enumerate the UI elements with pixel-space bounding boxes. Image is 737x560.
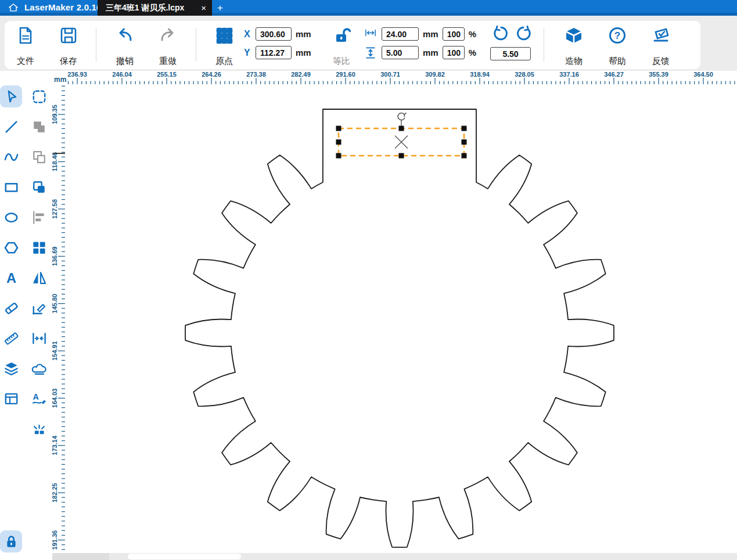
svg-text:109.35: 109.35	[52, 105, 58, 124]
tool-break-apart[interactable]	[28, 418, 50, 440]
rotate-cw-icon[interactable]	[515, 25, 532, 42]
tool-select[interactable]	[0, 85, 22, 107]
help-icon: ?	[608, 26, 627, 45]
gear-shape[interactable]	[185, 109, 614, 547]
selection-handle[interactable]	[399, 126, 404, 131]
rotation-handle-icon[interactable]	[398, 113, 405, 120]
toolbar: 文件 保存 撤销 重做 原点 X 300.60 mm Y 112.27	[0, 16, 737, 71]
selection-center-cross	[395, 136, 408, 149]
save-icon	[59, 26, 78, 45]
redo-button[interactable]: 重做	[150, 25, 185, 66]
document-tab[interactable]: 三年4班1 谢贝乐.lcpx ×	[98, 0, 212, 16]
undo-label: 撤销	[116, 56, 134, 66]
svg-text:337.16: 337.16	[559, 71, 579, 78]
tool-lock[interactable]	[0, 530, 22, 552]
tool-line-tool[interactable]	[0, 116, 22, 138]
svg-text:A: A	[6, 270, 16, 285]
proportional-lock-button[interactable]: 等比	[324, 25, 359, 66]
tool-node-edit[interactable]	[28, 297, 50, 319]
tool-layout[interactable]	[0, 387, 22, 410]
y-position-row: Y 112.27 mm	[244, 46, 311, 59]
tool-sidebar: AA	[0, 71, 52, 553]
title-bar: LaserMaker 2.0.16 三年4班1 谢贝乐.lcpx × +	[0, 0, 737, 16]
origin-label: 原点	[215, 56, 233, 66]
tool-align[interactable]	[28, 206, 50, 228]
horizontal-ruler: 236.93246.04255.15264.26273.38282.49291.…	[52, 71, 737, 84]
save-label: 保存	[60, 56, 77, 66]
selection-handle[interactable]	[399, 153, 404, 159]
height-percent-sign: %	[469, 48, 476, 58]
tool-subtract[interactable]	[28, 146, 50, 168]
feedback-label: 反馈	[652, 56, 670, 66]
home-icon[interactable]	[8, 2, 19, 13]
svg-text:309.82: 309.82	[425, 71, 445, 78]
tool-union[interactable]	[28, 116, 50, 138]
svg-text:154.91: 154.91	[52, 341, 58, 361]
width-percent-sign: %	[469, 29, 476, 39]
redo-label: 重做	[159, 56, 177, 66]
redo-icon	[159, 26, 177, 45]
app-title: LaserMaker 2.0.16	[24, 2, 102, 12]
width-percent-field[interactable]: 100	[443, 27, 465, 41]
y-position-field[interactable]: 112.27	[256, 46, 292, 59]
height-unit-label: mm	[423, 48, 438, 58]
tool-eraser-tool[interactable]	[0, 297, 22, 319]
tool-intersect[interactable]	[28, 176, 50, 198]
y-axis-label: Y	[244, 48, 251, 58]
height-percent-field[interactable]: 100	[443, 46, 465, 59]
rotation-arrowhead	[404, 113, 407, 117]
tool-curve-tool[interactable]	[0, 146, 22, 168]
tool-ellipse-tool[interactable]	[0, 206, 22, 228]
width-row: 24.00 mm 100 %	[364, 27, 476, 41]
origin-button[interactable]: 原点	[207, 25, 242, 66]
svg-text:364.50: 364.50	[693, 71, 713, 78]
tool-polygon-tool[interactable]	[0, 236, 22, 259]
undo-button[interactable]: 撤销	[107, 25, 142, 66]
svg-text:264.26: 264.26	[202, 71, 221, 78]
separator	[544, 28, 544, 62]
svg-text:?: ?	[614, 30, 620, 41]
tool-text-tool[interactable]: A	[0, 267, 22, 289]
width-unit-label: mm	[423, 29, 438, 39]
svg-text:182.25: 182.25	[52, 483, 58, 502]
tool-weld[interactable]	[28, 357, 50, 379]
separator	[96, 28, 96, 62]
svg-text:300.71: 300.71	[380, 71, 400, 78]
tool-distribute[interactable]	[28, 327, 50, 349]
tool-array[interactable]	[28, 236, 50, 259]
svg-text:355.39: 355.39	[649, 71, 668, 78]
tool-measure-tool[interactable]	[0, 327, 22, 349]
height-field[interactable]: 5.00	[382, 46, 419, 59]
x-unit-label: mm	[296, 29, 311, 39]
selection-handle[interactable]	[336, 139, 341, 145]
tool-mirror[interactable]	[28, 267, 50, 289]
save-button[interactable]: 保存	[51, 25, 86, 66]
svg-text:A: A	[33, 392, 38, 401]
x-position-row: X 300.60 mm	[244, 27, 311, 41]
help-button[interactable]: ? 帮助	[600, 25, 635, 66]
rotate-ccw-icon[interactable]	[492, 25, 510, 42]
scrollbar-thumb[interactable]	[128, 554, 241, 559]
x-position-field[interactable]: 300.60	[256, 27, 292, 41]
selection-handle[interactable]	[336, 126, 341, 131]
selection-handle[interactable]	[462, 153, 467, 159]
tool-rectangle-tool[interactable]	[0, 176, 22, 198]
tool-text-on-path[interactable]: A	[28, 387, 50, 410]
selection-handle[interactable]	[462, 126, 467, 131]
selection-handle[interactable]	[462, 139, 467, 145]
file-button[interactable]: 文件	[8, 25, 43, 66]
svg-text:191.36: 191.36	[52, 530, 58, 550]
width-field[interactable]: 24.00	[382, 27, 419, 41]
tab-close-icon[interactable]: ×	[201, 3, 206, 13]
create-button[interactable]: 造物	[556, 25, 591, 66]
rotation-field[interactable]: 5.50	[490, 47, 531, 60]
tool-layers[interactable]	[0, 357, 22, 379]
ruler-unit-corner: mm	[52, 71, 65, 84]
tool-marquee-select[interactable]	[28, 85, 50, 107]
horizontal-scrollbar[interactable]	[52, 553, 737, 560]
feedback-button[interactable]: 反馈	[643, 25, 678, 66]
selection-handle[interactable]	[336, 153, 341, 159]
new-tab-button[interactable]: +	[213, 0, 228, 16]
separator	[196, 28, 196, 62]
drawing-canvas[interactable]	[65, 84, 737, 553]
